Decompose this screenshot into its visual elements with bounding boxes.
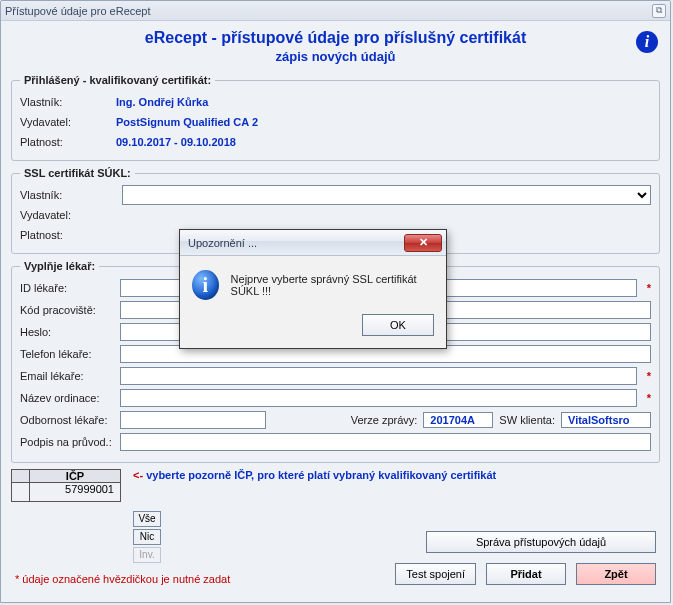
sw-label: SW klienta: [499,414,555,426]
required-star: * [647,392,651,404]
table-row[interactable]: 57999001 [12,483,120,501]
ssl-owner-select[interactable] [122,185,651,205]
required-star: * [647,282,651,294]
required-footnote: * údaje označené hvězdičkou je nutné zad… [15,573,230,585]
close-icon: ✕ [419,236,428,249]
add-button[interactable]: Přidat [486,563,566,585]
dialog-ok-button[interactable]: OK [362,314,434,336]
main-window: Přístupové údaje pro eRecept ⧉ eRecept -… [0,0,671,603]
icp-corner-cell [12,470,30,483]
podpis-input[interactable] [120,433,651,451]
header: eRecept - přístupové údaje pro příslušný… [1,21,670,68]
icp-hint: <- vyberte pozorně IČP, pro které platí … [133,469,496,502]
doctor-legend: Vyplňje lékař: [20,260,99,272]
dialog-close-button[interactable]: ✕ [404,234,442,252]
sw-value: VitalSoftsro [561,412,651,428]
row-selector-cell[interactable] [12,483,30,501]
dialog-message: Nejprve vyberte správný SSL certifikát S… [231,273,434,297]
back-button[interactable]: Zpět [576,563,656,585]
required-star: * [647,370,651,382]
email-label: Email lékaře: [20,370,116,382]
qualified-cert-group: Přihlášený - kvalifikovaný certifikát: V… [11,74,660,161]
validity-value: 09.10.2017 - 09.10.2018 [116,136,236,148]
window-close-button[interactable]: ⧉ [652,4,666,18]
close-icon: ⧉ [656,5,662,16]
dialog-actions: OK [180,304,446,348]
podpis-label: Podpis na průvod.: [20,436,116,448]
qualified-cert-legend: Přihlášený - kvalifikovaný certifikát: [20,74,215,86]
owner-label: Vlastník: [20,96,116,108]
test-connection-button[interactable]: Test spojení [395,563,476,585]
select-none-button[interactable]: Nic [133,529,161,545]
odbornost-label: Odbornost lékaře: [20,414,116,426]
heslo-label: Heslo: [20,326,116,338]
telefon-label: Telefon lékaře: [20,348,116,360]
icp-table[interactable]: IČP 57999001 [11,469,121,502]
kod-pracoviste-label: Kód pracoviště: [20,304,116,316]
validity-label: Platnost: [20,136,116,148]
action-buttons: Správa přístupových údajů Test spojení P… [395,531,656,585]
info-icon: i [192,270,219,300]
icp-header: IČP [30,470,120,483]
ssl-validity-label: Platnost: [20,229,116,241]
window-title: Přístupové údaje pro eRecept [5,5,151,17]
page-title: eRecept - přístupové údaje pro příslušný… [13,29,658,47]
nazev-ordinace-input[interactable] [120,389,637,407]
owner-value: Ing. Ondřej Kůrka [116,96,208,108]
verze-label: Verze zprávy: [351,414,418,426]
nazev-ordinace-label: Název ordinace: [20,392,116,404]
dialog-titlebar: Upozornění ... ✕ [180,230,446,256]
issuer-value: PostSignum Qualified CA 2 [116,116,258,128]
ssl-cert-legend: SSL certifikát SÚKL: [20,167,135,179]
manage-credentials-button[interactable]: Správa přístupových údajů [426,531,656,553]
odbornost-input[interactable] [120,411,266,429]
ssl-issuer-label: Vydavatel: [20,209,116,221]
id-lekare-label: ID lékaře: [20,282,116,294]
titlebar: Přístupové údaje pro eRecept ⧉ [1,1,670,21]
icp-value: 57999001 [30,483,120,501]
dialog-body: i Nejprve vyberte správný SSL certifikát… [180,256,446,304]
select-all-button[interactable]: Vše [133,511,161,527]
verze-value: 201704A [423,412,493,428]
invert-selection-button[interactable]: Inv. [133,547,161,563]
dialog-title: Upozornění ... [188,237,257,249]
bottom-area: IČP 57999001 <- vyberte pozorně IČP, pro… [11,469,660,502]
selection-mini-buttons: Vše Nic Inv. [133,511,161,563]
arrow-icon: <- [133,469,143,481]
icp-hint-text: vyberte pozorně IČP, pro které platí vyb… [146,469,496,481]
warning-dialog: Upozornění ... ✕ i Nejprve vyberte správ… [179,229,447,349]
page-subtitle: zápis nových údajů [13,49,658,64]
issuer-label: Vydavatel: [20,116,116,128]
info-icon[interactable]: i [636,31,658,53]
email-input[interactable] [120,367,637,385]
ssl-owner-label: Vlastník: [20,189,116,201]
